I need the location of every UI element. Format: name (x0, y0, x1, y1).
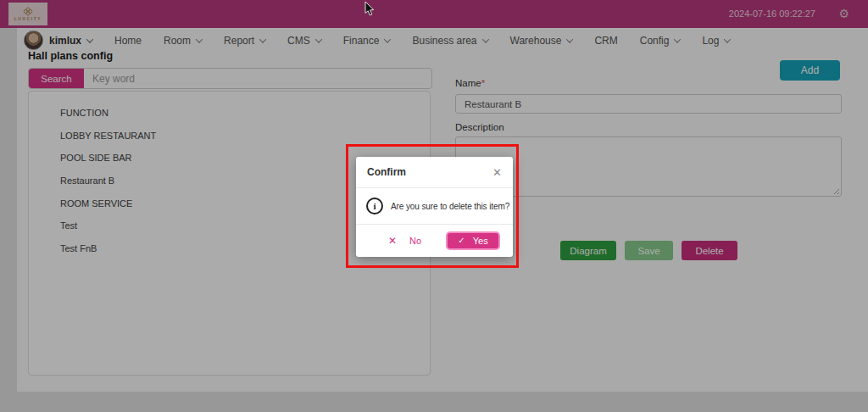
no-button[interactable]: No (409, 236, 421, 246)
no-cross-icon[interactable]: ✕ (388, 235, 397, 247)
dialog-message: Are you sure to delete this item? (391, 202, 509, 211)
close-icon[interactable]: ✕ (492, 167, 502, 178)
info-icon: i (366, 198, 383, 214)
dialog-body: i Are you sure to delete this item? (356, 188, 513, 225)
check-icon: ✓ (458, 237, 465, 245)
dialog-footer: ✕ No ✓ Yes (356, 225, 513, 257)
dialog-header: Confirm ✕ (356, 157, 513, 188)
dialog-title: Confirm (367, 166, 406, 178)
yes-button-label: Yes (473, 236, 488, 246)
yes-button[interactable]: ✓ Yes (446, 231, 500, 250)
confirm-dialog: Confirm ✕ i Are you sure to delete this … (356, 157, 513, 257)
